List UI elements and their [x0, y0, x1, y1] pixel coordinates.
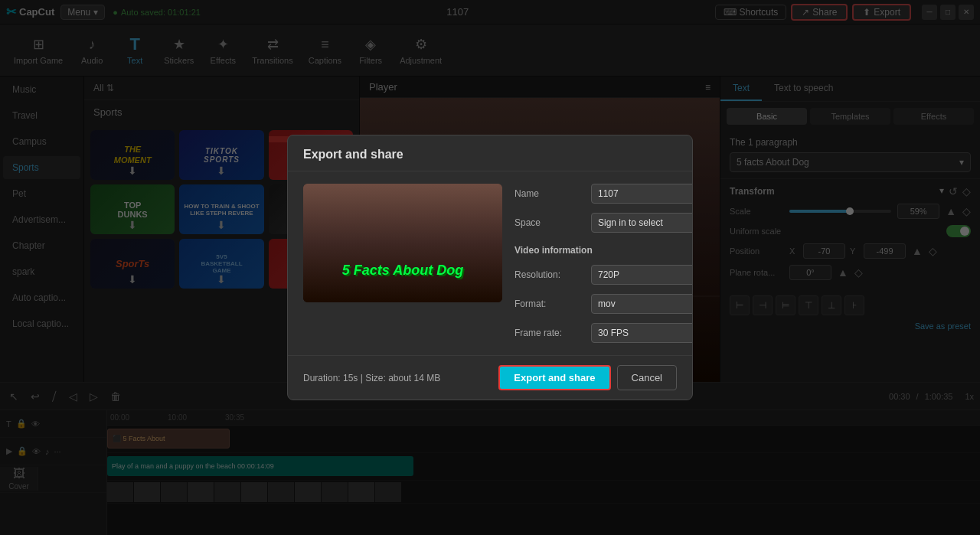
export-dialog: Export and share 5 Facts About Dog Name …	[287, 135, 693, 400]
space-label: Space	[514, 217, 583, 228]
name-input[interactable]	[591, 184, 693, 204]
dialog-body: 5 Facts About Dog Name Space Sign in to …	[288, 171, 692, 355]
video-info-title: Video information	[514, 242, 693, 256]
dialog-title: Export and share	[303, 148, 403, 161]
cancel-button[interactable]: Cancel	[617, 365, 677, 390]
format-label: Format:	[514, 298, 583, 309]
dialog-preview-video: 5 Facts About Dog	[303, 184, 502, 302]
dialog-footer: Duration: 15s | Size: about 14 MB Export…	[288, 355, 692, 400]
format-select[interactable]: mov ▾	[591, 294, 693, 314]
dialog-fields: Name Space Sign in to select ▾ Video inf…	[514, 184, 693, 343]
duration-text: Duration: 15s | Size: about 14 MB	[303, 373, 440, 383]
frame-rate-row: Frame rate: 30 FPS ▾	[514, 323, 693, 343]
frame-rate-value: 30 FPS	[598, 328, 629, 338]
dialog-header: Export and share	[288, 135, 692, 171]
dialog-overlay: Export and share 5 Facts About Dog Name …	[0, 0, 980, 535]
dialog-preview: 5 Facts About Dog	[303, 184, 502, 302]
name-label: Name	[514, 188, 583, 199]
dialog-actions: Export and share Cancel	[498, 365, 677, 390]
format-value: mov	[598, 298, 616, 309]
dialog-preview-text: 5 Facts About Dog	[342, 263, 463, 279]
frame-rate-label: Frame rate:	[514, 328, 583, 338]
space-select[interactable]: Sign in to select ▾	[591, 213, 693, 233]
space-row: Space Sign in to select ▾	[514, 213, 693, 233]
space-value: Sign in to select	[598, 217, 663, 228]
frame-rate-select[interactable]: 30 FPS ▾	[591, 323, 693, 343]
format-row: Format: mov ▾	[514, 294, 693, 314]
resolution-value: 720P	[598, 269, 619, 280]
resolution-label: Resolution:	[514, 269, 583, 280]
resolution-select[interactable]: 720P ▾	[591, 265, 693, 285]
name-row: Name	[514, 184, 693, 204]
resolution-row: Resolution: 720P ▾	[514, 265, 693, 285]
export-and-share-button[interactable]: Export and share	[498, 365, 610, 390]
